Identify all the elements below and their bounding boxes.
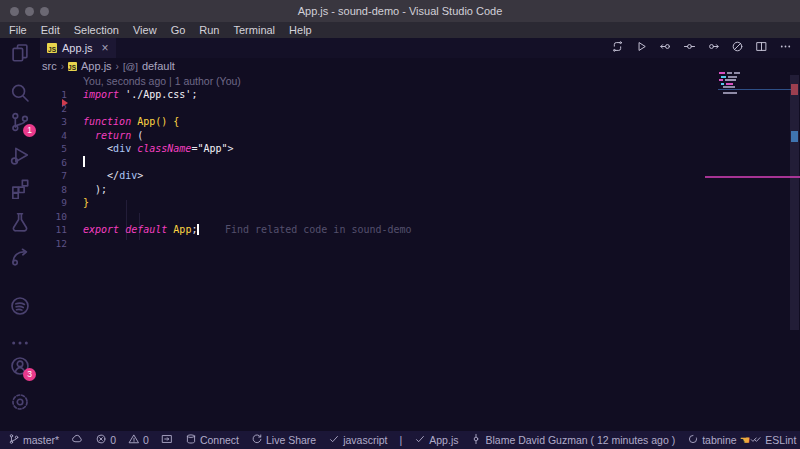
connector-right-icon[interactable] (707, 39, 720, 57)
minimap-mark (728, 76, 737, 78)
run-or-debug-icon[interactable] (731, 39, 744, 57)
minimap-mark (719, 72, 725, 74)
line-content[interactable]: function App() { (83, 115, 179, 129)
code-token: default (125, 224, 167, 235)
sidebar-item-gitlens-icon[interactable] (9, 245, 31, 267)
line-number: 4 (40, 129, 67, 143)
code-token: return (95, 130, 131, 141)
run-icon[interactable] (635, 39, 648, 57)
sidebar-item-testing-icon[interactable] (9, 211, 31, 233)
line-number: 5 (40, 142, 67, 156)
status-item-blame-david-guzman-12-minutes-ago[interactable]: Blame David Guzman ( 12 minutes ago ) (470, 433, 675, 447)
tab-appjs[interactable]: JS App.js × (40, 38, 116, 58)
activity-bar: 13 (0, 38, 40, 431)
status-item-master[interactable]: master* (8, 433, 59, 447)
status-item-0[interactable]: 0 (128, 433, 149, 447)
code-line-1[interactable]: 1import './App.css'; (40, 88, 800, 102)
status-item-tabnine[interactable]: tabnine☚ (687, 433, 750, 447)
sidebar-item-explorer-icon[interactable] (9, 42, 31, 64)
status-bar-right: ESLintPrettier (750, 431, 800, 449)
code-token: < (83, 143, 113, 154)
line-content[interactable]: import './App.css'; (83, 88, 197, 102)
sidebar-item-search-icon[interactable] (9, 82, 31, 104)
status-item-0[interactable]: 0 (95, 433, 116, 447)
line-content[interactable]: export default App;Find related code in … (83, 223, 199, 237)
connector-left-icon[interactable] (659, 39, 672, 57)
status-item-label: Connect (200, 434, 239, 446)
sidebar-item-spotify-icon[interactable] (9, 295, 31, 317)
tab-label: App.js (62, 42, 93, 54)
commit-icon (470, 433, 482, 447)
status-item-cloud[interactable] (71, 433, 83, 447)
code-token: } (83, 197, 89, 208)
more-actions-icon[interactable] (779, 39, 792, 57)
code-line-4[interactable]: 4 return ( (40, 129, 800, 143)
status-item-eslint[interactable]: ESLint (750, 433, 796, 447)
status-item-window-arrow[interactable] (161, 433, 173, 447)
code-line-7[interactable]: 7 </div> (40, 169, 800, 183)
line-number: 6 (40, 156, 67, 170)
code-line-12[interactable]: 12 (40, 237, 800, 251)
gitlens-blame-annotation[interactable]: You, seconds ago | 1 author (You) (83, 75, 241, 87)
menu-item-view[interactable]: View (126, 22, 164, 38)
breadcrumb-item-default[interactable]: default (142, 60, 175, 72)
text-cursor (197, 224, 199, 235)
source-control-badge: 1 (23, 124, 36, 137)
sidebar-item-settings-icon[interactable] (9, 391, 31, 413)
symbol-icon: [@] (123, 61, 138, 72)
line-content[interactable]: return ( (83, 129, 143, 143)
status-item-label: tabnine (702, 434, 736, 446)
status-item-live-share[interactable]: Live Share (251, 433, 316, 447)
status-item-label: 0 (143, 434, 149, 446)
code-line-8[interactable]: 8 ); (40, 183, 800, 197)
menu-item-run[interactable]: Run (192, 22, 226, 38)
inline-suggestion-ghost-text: Find related code in sound-demo (225, 223, 412, 237)
sidebar-item-more-icon[interactable] (9, 332, 31, 354)
status-item-javascript[interactable]: javascript (328, 433, 387, 447)
menu-item-edit[interactable]: Edit (34, 22, 67, 38)
sidebar-item-run-debug-icon[interactable] (9, 144, 31, 166)
connector-mid-icon[interactable] (683, 39, 696, 57)
code-line-6[interactable]: 6 (40, 156, 800, 170)
status-item-app-js[interactable]: App.js (414, 433, 458, 447)
code-token: App (173, 224, 191, 235)
code-area[interactable]: 1import './App.css';23function App() {4 … (40, 88, 800, 250)
breadcrumb-separator: › (116, 61, 119, 72)
code-token: import (83, 89, 119, 100)
live-share-icon (251, 433, 263, 447)
split-editor-icon[interactable] (755, 39, 768, 57)
menu-item-file[interactable]: File (2, 22, 34, 38)
sidebar-item-accounts-icon[interactable]: 3 (9, 355, 31, 377)
line-content[interactable]: <div className="App"> (83, 142, 234, 156)
gitlens-compare-icon[interactable] (611, 39, 624, 57)
vscode-window: App.js - sound-demo - Visual Studio Code… (0, 0, 800, 449)
code-line-10[interactable]: 10 (40, 210, 800, 224)
line-content[interactable]: </div> (83, 169, 143, 183)
code-line-11[interactable]: 11export default App;Find related code i… (40, 223, 800, 237)
code-line-3[interactable]: 3function App() { (40, 115, 800, 129)
code-token: "App" (197, 143, 227, 154)
code-line-9[interactable]: 9} (40, 196, 800, 210)
status-item-connect[interactable]: Connect (185, 433, 239, 447)
editor-scrollbar[interactable] (790, 75, 799, 330)
breadcrumb-item-app-js[interactable]: App.js (81, 60, 112, 72)
line-content[interactable] (83, 156, 85, 170)
menu-item-selection[interactable]: Selection (67, 22, 126, 38)
menu-item-go[interactable]: Go (164, 22, 193, 38)
line-content[interactable]: ); (83, 183, 107, 197)
line-content[interactable]: } (83, 196, 89, 210)
sidebar-item-source-control-icon[interactable]: 1 (9, 111, 31, 133)
warning-icon (128, 433, 140, 447)
menu-item-help[interactable]: Help (282, 22, 319, 38)
sidebar-item-extensions-icon[interactable] (9, 177, 31, 199)
breadcrumb-item-src[interactable]: src (42, 60, 57, 72)
code-line-5[interactable]: 5 <div className="App"> (40, 142, 800, 156)
editor[interactable]: src›JSApp.js›[@]default You, seconds ago… (40, 58, 800, 431)
minimap-mark (719, 79, 723, 81)
status-item-: | (400, 434, 403, 446)
code-line-2[interactable]: 2 (40, 102, 800, 116)
close-tab-icon[interactable]: × (102, 38, 109, 58)
menu-item-terminal[interactable]: Terminal (227, 22, 283, 38)
editor-toolbar (611, 38, 792, 58)
overview-ruler-blue-decoration (791, 131, 798, 142)
